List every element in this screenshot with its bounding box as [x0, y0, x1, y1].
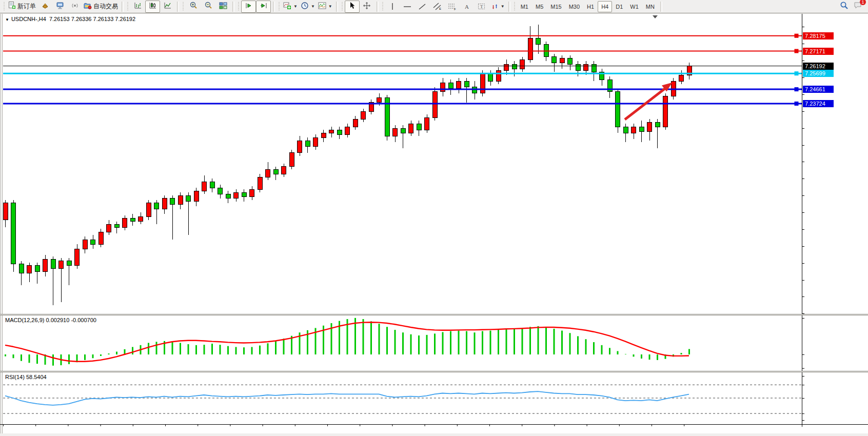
- templates-icon: [318, 2, 326, 11]
- horizontal-line-tool[interactable]: [400, 1, 415, 13]
- line-chart-icon: [164, 2, 172, 11]
- macd-label: MACD(12,26,9) 0.002910 -0.000700: [5, 317, 96, 323]
- chart-symbol-period: USDCNH-,H4: [11, 16, 46, 22]
- timeframe-button-h1[interactable]: H1: [583, 1, 598, 12]
- trading-terminal-window: 新订单 自动交易: [0, 0, 868, 436]
- fibonacci-tool[interactable]: F: [445, 1, 460, 13]
- tile-windows-button[interactable]: [215, 1, 230, 13]
- arrows-icon: [491, 3, 499, 10]
- trendline-tool[interactable]: [415, 1, 430, 13]
- level-price-tag: 7.24661: [803, 86, 834, 93]
- chart-shift-button[interactable]: [256, 1, 271, 13]
- cursor-button[interactable]: [345, 1, 360, 13]
- search-icon[interactable]: [840, 1, 849, 12]
- timeframe-button-w1[interactable]: W1: [626, 1, 642, 12]
- zoom-in-icon: [189, 2, 198, 12]
- chart-menu-triangle-icon[interactable]: ▼: [5, 17, 9, 22]
- svg-text:E: E: [439, 7, 441, 10]
- vertical-line-tool[interactable]: [385, 1, 400, 13]
- vertical-line-icon: [389, 3, 396, 10]
- market-watch-button[interactable]: [37, 1, 52, 13]
- navigator-button[interactable]: [52, 1, 67, 13]
- tile-windows-icon: [219, 2, 227, 11]
- crosshair-icon: [363, 2, 371, 12]
- indicators-icon: [283, 2, 291, 11]
- terminal-button[interactable]: [67, 1, 82, 13]
- chart-ohlc-values: 7.26153 7.26336 7.26133 7.26192: [49, 16, 135, 22]
- svg-text:A: A: [465, 4, 469, 10]
- timeframe-button-mn[interactable]: MN: [642, 1, 658, 12]
- text-label-tool[interactable]: T: [475, 1, 489, 13]
- toolbar-grip: [3, 2, 6, 11]
- notification-badge: 1: [860, 0, 866, 5]
- new-order-icon: [8, 2, 16, 11]
- horizontal-line-icon: [403, 3, 411, 10]
- zoom-out-button[interactable]: [201, 1, 215, 13]
- auto-trading-icon: [84, 2, 92, 11]
- auto-trading-button[interactable]: 自动交易: [82, 1, 120, 13]
- timeframe-button-m5[interactable]: M5: [532, 1, 547, 12]
- text-label-icon: T: [478, 3, 486, 10]
- signal-icon: [71, 2, 79, 11]
- level-price-tag: 7.27171: [803, 48, 834, 55]
- zoom-out-icon: [204, 2, 212, 12]
- chart-header: ▼USDCNH-,H4 7.26153 7.26336 7.26133 7.26…: [5, 16, 135, 22]
- arrows-tool[interactable]: ▼: [489, 1, 506, 13]
- timeframe-button-m1[interactable]: M1: [517, 1, 532, 12]
- templates-button[interactable]: ▼: [317, 1, 334, 13]
- clock-icon: [301, 2, 309, 12]
- cursor-arrow-icon: [348, 2, 356, 11]
- navigator-icon: [56, 2, 64, 11]
- level-price-tag: 7.25699: [803, 70, 834, 77]
- timeframe-button-m30[interactable]: M30: [565, 1, 583, 12]
- timeframe-group: M1M5M15M30H1H4D1W1MN: [517, 1, 658, 12]
- crosshair-button[interactable]: [360, 1, 374, 13]
- bar-chart-button[interactable]: [130, 1, 145, 13]
- new-order-label: 新订单: [17, 2, 36, 11]
- fibonacci-icon: F: [448, 3, 457, 10]
- current-price-tag: 7.26192: [803, 63, 834, 70]
- trendline-icon: [418, 3, 426, 10]
- market-watch-icon: [41, 2, 49, 11]
- svg-text:F: F: [454, 8, 456, 10]
- chart-canvas[interactable]: [0, 0, 868, 436]
- new-order-button[interactable]: 新订单: [7, 1, 37, 13]
- level-price-tag: 7.23724: [803, 100, 834, 107]
- candlestick-icon: [149, 2, 157, 11]
- rsi-label: RSI(14) 58.5404: [5, 374, 47, 380]
- svg-text:T: T: [480, 4, 483, 9]
- line-chart-button[interactable]: [160, 1, 175, 13]
- equidistant-channel-tool[interactable]: E: [430, 1, 445, 13]
- level-price-tag: 7.28175: [803, 32, 834, 39]
- indicators-button[interactable]: ▼: [282, 1, 299, 13]
- toolbar-separator: [122, 2, 124, 12]
- channel-icon: E: [433, 3, 442, 10]
- bar-chart-icon: [134, 2, 142, 11]
- timeframe-button-m15[interactable]: M15: [547, 1, 565, 12]
- auto-trading-label: 自动交易: [93, 2, 118, 11]
- timeframe-button-h4[interactable]: H4: [598, 1, 612, 12]
- periods-button[interactable]: ▼: [299, 1, 317, 13]
- auto-scroll-button[interactable]: [241, 1, 256, 13]
- toolbar: 新订单 自动交易: [0, 0, 868, 13]
- chart-shift-icon: [260, 2, 268, 11]
- zoom-in-button[interactable]: [186, 1, 201, 13]
- text-tool[interactable]: A: [460, 1, 475, 13]
- notifications-button[interactable]: 1: [854, 2, 863, 12]
- auto-scroll-icon: [245, 2, 253, 11]
- dropdown-caret-icon: ▼: [293, 4, 298, 9]
- text-icon: A: [463, 3, 470, 10]
- timeframe-button-d1[interactable]: D1: [612, 1, 626, 12]
- candlestick-chart-button[interactable]: [145, 1, 160, 13]
